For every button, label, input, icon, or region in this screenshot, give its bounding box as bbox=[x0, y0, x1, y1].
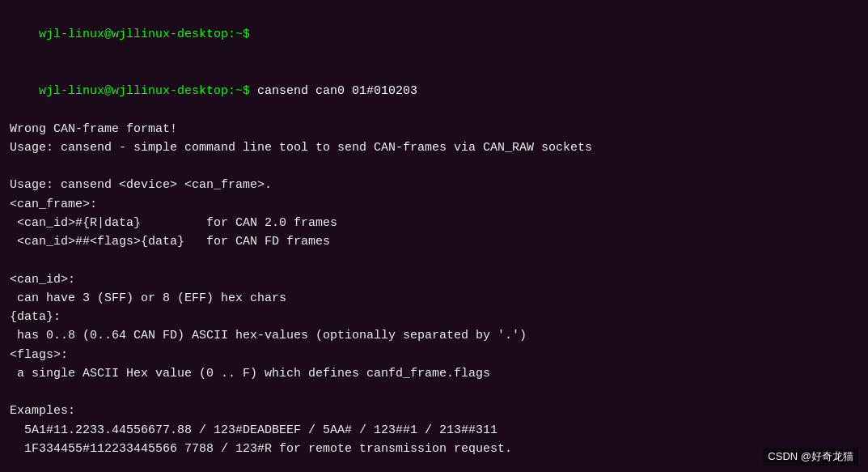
terminal-line-2: wjl-linux@wjllinux-desktop:~$ cansend ca… bbox=[10, 63, 858, 120]
terminal-line-4: Usage: cansend - simple command line too… bbox=[10, 138, 858, 157]
empty-2 bbox=[10, 251, 858, 270]
terminal-line-14: a single ASCII Hex value (0 .. F) which … bbox=[10, 364, 858, 383]
terminal-line-3: Wrong CAN-frame format! bbox=[10, 120, 858, 138]
terminal-line-6: <can_frame>: bbox=[10, 195, 858, 214]
terminal-line-11: {data}: bbox=[10, 308, 858, 326]
terminal-line-7: <can_id>#{R|data} for CAN 2.0 frames bbox=[10, 214, 858, 232]
prompt-1: wjl-linux@wjllinux-desktop:~$ bbox=[39, 28, 250, 41]
terminal-window: wjl-linux@wjllinux-desktop:~$ wjl-linux@… bbox=[0, 0, 868, 472]
terminal-line-9: <can_id>: bbox=[10, 270, 858, 289]
terminal-line-10: can have 3 (SFF) or 8 (EFF) hex chars bbox=[10, 289, 858, 308]
terminal-line-12: has 0..8 (0..64 CAN FD) ASCII hex-values… bbox=[10, 326, 858, 345]
empty-1 bbox=[10, 157, 858, 176]
terminal-line-15: Examples: bbox=[10, 402, 858, 420]
terminal-line-1: wjl-linux@wjllinux-desktop:~$ bbox=[10, 6, 858, 63]
prompt-2: wjl-linux@wjllinux-desktop:~$ bbox=[39, 84, 250, 98]
empty-4 bbox=[10, 458, 858, 472]
terminal-line-5: Usage: cansend <device> <can_frame>. bbox=[10, 176, 858, 194]
terminal-line-16: 5A1#11.2233.44556677.88 / 123#DEADBEEF /… bbox=[10, 421, 858, 440]
cmd-2: cansend can0 01#010203 bbox=[250, 84, 417, 98]
terminal-line-13: <flags>: bbox=[10, 346, 858, 364]
terminal-line-17: 1F334455#112233445566 7788 / 123#R for r… bbox=[10, 440, 858, 458]
watermark: CSDN @好奇龙猫 bbox=[763, 448, 858, 466]
terminal-line-8: <can_id>##<flags>{data} for CAN FD frame… bbox=[10, 232, 858, 251]
empty-3 bbox=[10, 383, 858, 402]
